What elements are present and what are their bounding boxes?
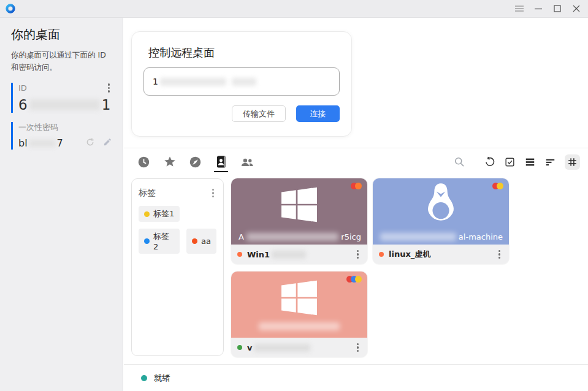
main-area: 控制远程桌面 1 传输文件 连接 <box>124 18 588 391</box>
titlebar <box>0 0 588 18</box>
peer-status-dot <box>237 252 242 257</box>
redacted-hostname <box>246 233 338 241</box>
windows-logo-icon <box>281 187 317 225</box>
redacted-input-id <box>160 78 226 86</box>
service-status-text: 就绪 <box>154 373 170 384</box>
peer-menu-button[interactable] <box>354 248 361 261</box>
peer-hostname: A r5icg <box>239 232 361 241</box>
id-menu-button[interactable] <box>105 81 112 94</box>
status-bar: 就绪 <box>124 364 588 391</box>
peer-status-dot <box>379 252 384 257</box>
peer-card[interactable]: A r5icg Win1 <box>231 178 367 264</box>
password-section: 一次性密码 bl 7 <box>11 122 112 150</box>
tab-address-book[interactable] <box>213 152 229 172</box>
tab-favorites[interactable] <box>162 152 177 172</box>
redacted-password <box>29 140 56 147</box>
redacted-name <box>272 251 306 259</box>
tags-title: 标签 <box>139 188 156 199</box>
peer-name: Win1 <box>247 250 306 259</box>
app-logo-icon <box>5 3 16 14</box>
peer-hostname: al-machine <box>380 232 503 241</box>
edit-password-icon[interactable] <box>103 137 112 149</box>
toolbar-actions <box>453 154 580 170</box>
tag-color-dot <box>144 211 150 217</box>
minimize-button[interactable] <box>532 2 545 15</box>
close-button[interactable] <box>570 2 583 15</box>
service-status-dot <box>141 375 147 381</box>
refresh-password-icon[interactable] <box>85 137 95 150</box>
redacted-hostname <box>259 322 340 330</box>
redacted-id <box>29 99 100 110</box>
window-controls <box>513 2 583 15</box>
peer-name: v <box>247 343 310 352</box>
peer-card[interactable]: al-machine linux_虚机 <box>373 178 509 264</box>
connect-card: 控制远程桌面 1 传输文件 连接 <box>131 31 352 137</box>
peer-name: linux_虚机 <box>389 249 430 260</box>
menu-icon[interactable] <box>513 2 526 15</box>
password-label: 一次性密码 <box>18 122 58 133</box>
peer-tag-dots <box>495 183 503 189</box>
tag-pill[interactable]: 标签2 <box>139 229 180 254</box>
list-view-icon[interactable] <box>524 156 536 168</box>
tag-color-dot <box>144 238 150 244</box>
remote-id-input[interactable]: 1 <box>143 67 340 96</box>
tag-pill[interactable]: 标签1 <box>139 206 180 222</box>
tag-pill[interactable]: aa <box>186 229 216 254</box>
id-section: ID 6 1 <box>11 83 112 113</box>
grid-view-icon[interactable] <box>565 154 580 170</box>
sort-by-icon[interactable] <box>544 156 556 168</box>
peer-toolbar <box>124 148 588 175</box>
peer-status-dot <box>237 345 242 350</box>
sidebar-title: 你的桌面 <box>11 26 123 43</box>
maximize-button[interactable] <box>551 2 564 15</box>
peer-tag-dots <box>353 183 362 189</box>
rustdesk-window: 你的桌面 你的桌面可以通过下面的 ID 和密码访问。 ID 6 1 一次性密码 … <box>0 0 588 391</box>
tags-panel: 标签 标签1 标签2 aa <box>131 178 224 356</box>
peer-menu-button[interactable] <box>354 341 361 354</box>
sidebar-description: 你的桌面可以通过下面的 ID 和密码访问。 <box>11 49 114 74</box>
peer-card[interactable]: v <box>231 271 367 357</box>
sidebar: 你的桌面 你的桌面可以通过下面的 ID 和密码访问。 ID 6 1 一次性密码 … <box>0 18 123 391</box>
redacted-name <box>254 344 310 352</box>
refresh-icon[interactable] <box>484 156 495 168</box>
tags-menu-button[interactable] <box>210 186 216 200</box>
tag-color-dot <box>192 238 197 244</box>
search-icon[interactable] <box>453 156 465 168</box>
connect-card-title: 控制远程桌面 <box>148 45 351 60</box>
tab-groups[interactable] <box>239 152 254 172</box>
id-label: ID <box>18 83 27 93</box>
redacted-input-id-2 <box>232 78 256 86</box>
windows-logo-icon <box>281 280 317 318</box>
tab-recent-sessions[interactable] <box>136 152 151 172</box>
peer-hostname <box>259 322 340 330</box>
select-peers-icon[interactable] <box>504 156 516 168</box>
transfer-file-button[interactable]: 传输文件 <box>232 105 286 122</box>
one-time-password-value: bl 7 <box>18 137 112 150</box>
redacted-hostname <box>380 233 456 241</box>
connect-button[interactable]: 连接 <box>296 105 340 122</box>
peer-menu-button[interactable] <box>496 248 503 261</box>
linux-tux-icon <box>421 181 461 234</box>
tab-discovered[interactable] <box>188 152 203 172</box>
peer-tag-dots <box>349 276 362 283</box>
peer-tabs <box>136 152 254 172</box>
device-id-value: 6 1 <box>18 97 112 113</box>
